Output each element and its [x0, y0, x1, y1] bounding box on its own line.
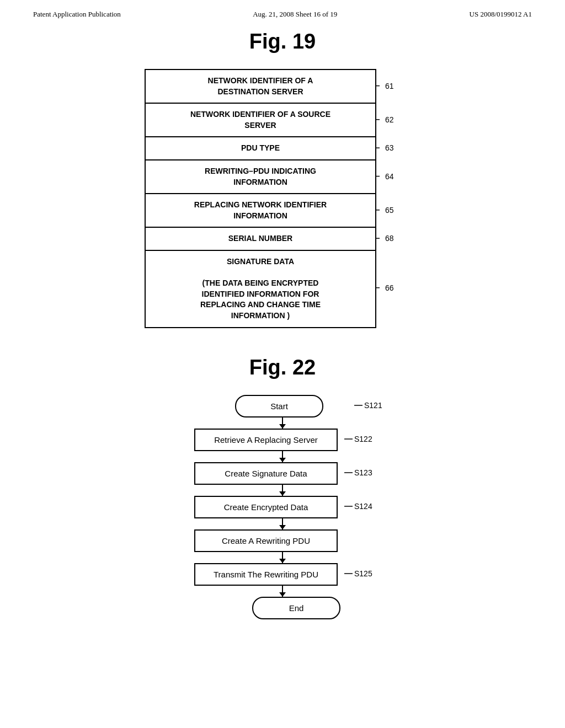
flow-label-0: S121	[354, 397, 382, 415]
flow-arrow-1	[282, 417, 283, 429]
svg-text:61: 61	[385, 82, 394, 90]
flow-arrow-4	[282, 518, 283, 529]
header-right: US 2008/0199012 A1	[470, 10, 532, 19]
svg-text:S124: S124	[354, 502, 372, 511]
flowchart: StartS121Retrieve A Replacing ServerS122…	[183, 395, 382, 619]
flow-label-5: S125	[344, 565, 372, 584]
page-header: Patent Application Publication Aug. 21, …	[0, 0, 565, 24]
svg-text:63: 63	[385, 143, 394, 152]
fig22-title: Fig. 22	[0, 356, 565, 379]
flow-box-1: Retrieve A Replacing Server	[194, 429, 338, 451]
flow-arrow-5	[282, 552, 283, 563]
header-left: Patent Application Publication	[33, 10, 121, 19]
svg-text:66: 66	[385, 283, 394, 292]
flow-label-2: S123	[344, 464, 372, 483]
flow-box-5: Transmit The Rewriting PDU	[194, 563, 338, 586]
svg-text:S121: S121	[364, 401, 382, 410]
header-middle: Aug. 21, 2008 Sheet 16 of 19	[253, 10, 337, 19]
flow-node-6: End	[183, 597, 382, 619]
svg-text:S122: S122	[354, 435, 372, 443]
flow-node-3: Create Encrypted DataS124	[183, 496, 382, 518]
flow-box-6: End	[252, 597, 340, 619]
flow-node-1: Retrieve A Replacing ServerS122	[183, 429, 382, 451]
fig22-diagram: StartS121Retrieve A Replacing ServerS122…	[0, 389, 565, 619]
svg-text:S125: S125	[354, 569, 372, 578]
flow-node-4: Create A Rewriting PDU	[183, 529, 382, 552]
fig19-row-6: SIGNATURE DATA (THE DATA BEING ENCRYPTED…	[146, 251, 375, 327]
fig19-labels-svg: 61626364656866	[376, 69, 420, 328]
flow-node-5: Transmit The Rewriting PDUS125	[183, 563, 382, 586]
flow-box-4: Create A Rewriting PDU	[194, 529, 338, 552]
svg-text:65: 65	[385, 206, 394, 215]
fig19-title: Fig. 19	[0, 30, 565, 53]
fig19-diagram: NETWORK IDENTIFIER OF A DESTINATION SERV…	[0, 63, 565, 328]
flow-arrow-3	[282, 485, 283, 496]
fig19-row-1: NETWORK IDENTIFIER OF A SOURCE SERVER	[146, 104, 375, 137]
fig19-row-5: SERIAL NUMBER	[146, 228, 375, 251]
flow-arrow-2	[282, 451, 283, 462]
fig19-row-0: NETWORK IDENTIFIER OF A DESTINATION SERV…	[146, 70, 375, 104]
fig19-table: NETWORK IDENTIFIER OF A DESTINATION SERV…	[145, 69, 376, 328]
flow-label-3: S124	[344, 498, 372, 516]
fig19-row-4: REPLACING NETWORK IDENTIFIER INFORMATION	[146, 194, 375, 228]
flow-box-0: Start	[235, 395, 323, 417]
flow-box-3: Create Encrypted Data	[194, 496, 338, 518]
flow-node-2: Create Signature DataS123	[183, 462, 382, 485]
fig19-row-2: PDU TYPE	[146, 137, 375, 160]
svg-text:68: 68	[385, 234, 394, 243]
flow-arrow-6	[282, 586, 283, 597]
fig19-row-3: REWRITING–PDU INDICATING INFORMATION	[146, 160, 375, 194]
svg-text:64: 64	[385, 172, 394, 181]
svg-text:S123: S123	[354, 468, 372, 477]
flow-box-2: Create Signature Data	[194, 462, 338, 485]
flow-label-1: S122	[344, 431, 372, 449]
flow-node-0: StartS121	[183, 395, 382, 417]
svg-text:62: 62	[385, 115, 394, 124]
